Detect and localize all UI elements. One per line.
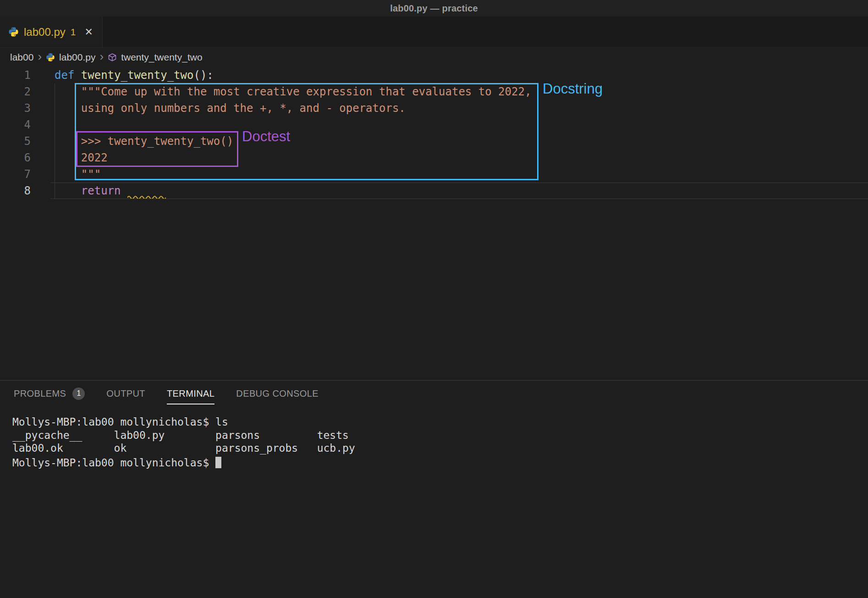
- terminal-prompt: Mollys-MBP:lab00 mollynicholas$: [12, 457, 215, 469]
- line-number: 2: [0, 83, 31, 100]
- line-number: 1: [0, 67, 31, 83]
- symbol-cube-icon: [108, 53, 117, 62]
- line-number: 6: [0, 150, 31, 166]
- tab-terminal[interactable]: TERMINAL: [167, 381, 214, 406]
- terminal-line: __pycache__ lab00.py parsons tests: [12, 429, 868, 442]
- terminal-prompt-line: Mollys-MBP:lab00 mollynicholas$: [12, 455, 868, 470]
- line-number: 7: [0, 166, 31, 183]
- panel-tab-bar: PROBLEMS 1 OUTPUT TERMINAL DEBUG CONSOLE: [0, 381, 868, 406]
- python-icon: [8, 27, 19, 37]
- code-token: def: [55, 69, 74, 82]
- chevron-right-icon: ›: [99, 52, 104, 61]
- tab-problems-label: PROBLEMS: [14, 388, 66, 399]
- breadcrumb-item-lab00[interactable]: lab00: [10, 52, 33, 63]
- line-number: 4: [0, 116, 31, 133]
- warning-squiggle-underline: [127, 184, 166, 199]
- code-text: [31, 116, 55, 133]
- tab-problems[interactable]: PROBLEMS 1: [14, 381, 85, 406]
- line-number: 5: [0, 133, 31, 150]
- line-number: 3: [0, 100, 31, 116]
- indent-guide: [55, 83, 55, 199]
- chevron-right-icon: ›: [38, 52, 42, 61]
- code-line-1[interactable]: 1def twenty_twenty_two():: [0, 67, 868, 83]
- code-token: [74, 69, 81, 82]
- tab-output[interactable]: OUTPUT: [106, 381, 145, 406]
- close-icon[interactable]: ✕: [84, 26, 93, 38]
- line-number: 8: [0, 183, 31, 199]
- terminal-line: lab00.ok ok parsons_probs ucb.py: [12, 442, 868, 455]
- breadcrumb-item-function[interactable]: twenty_twenty_two: [121, 52, 202, 63]
- tab-label: lab00.py: [24, 26, 66, 39]
- titlebar: lab00.py — practice: [0, 0, 868, 17]
- tab-lab00py[interactable]: lab00.py 1 ✕: [0, 17, 103, 47]
- tab-output-label: OUTPUT: [106, 388, 145, 399]
- docstring-annotation-label: Docstring: [543, 81, 603, 97]
- breadcrumb: lab00 › lab00.py › twenty_twenty_two: [0, 48, 868, 67]
- window-title: lab00.py — practice: [390, 3, 478, 14]
- editor[interactable]: 1def twenty_twenty_two():2 """Come up wi…: [0, 67, 868, 380]
- terminal-cursor: [215, 457, 221, 468]
- tab-debug-console[interactable]: DEBUG CONSOLE: [236, 381, 319, 406]
- doctest-annotation-label: Doctest: [242, 128, 290, 145]
- doctest-annotation-box: [76, 131, 238, 167]
- tab-debug-console-label: DEBUG CONSOLE: [236, 388, 319, 399]
- terminal-line: Mollys-MBP:lab00 mollynicholas$ ls: [12, 415, 868, 429]
- code-token: ():: [193, 69, 213, 82]
- tab-bar: lab00.py 1 ✕: [0, 17, 868, 48]
- bottom-panel: PROBLEMS 1 OUTPUT TERMINAL DEBUG CONSOLE…: [0, 380, 868, 598]
- problems-badge: 1: [72, 388, 85, 400]
- breadcrumb-item-lab00py[interactable]: lab00.py: [59, 52, 95, 63]
- vscode-window: lab00.py — practice lab00.py 1 ✕ lab00 ›…: [0, 0, 868, 598]
- terminal-output: Mollys-MBP:lab00 mollynicholas$ ls__pyca…: [12, 415, 868, 455]
- code-token: twenty_twenty_two: [81, 69, 194, 82]
- tab-problems-count: 1: [71, 27, 76, 38]
- code-text: def twenty_twenty_two():: [31, 67, 214, 83]
- terminal[interactable]: Mollys-MBP:lab00 mollynicholas$ ls__pyca…: [0, 406, 868, 469]
- python-icon: [46, 53, 55, 62]
- tab-terminal-label: TERMINAL: [167, 388, 214, 399]
- current-line-highlight: [50, 183, 868, 199]
